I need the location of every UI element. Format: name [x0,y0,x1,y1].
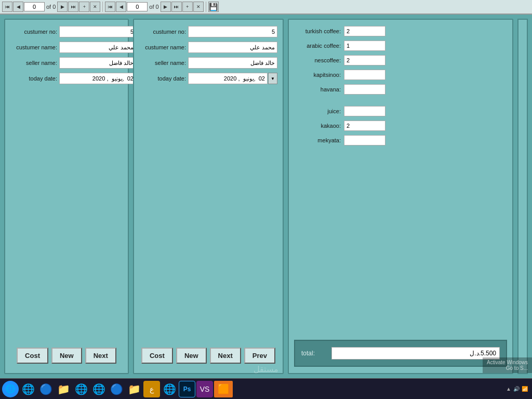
cost-btn-left[interactable]: Cost [17,348,48,364]
date-input-wrap-mid: ▼ [188,73,277,84]
toolbar-next-btn-1[interactable]: ▶ [57,2,68,12]
tray-clock: 🔊 [513,386,520,392]
prev-btn-mid[interactable]: Prev [244,348,275,364]
seller-row-mid: seller name: [139,57,277,69]
havana-input[interactable] [344,84,385,95]
custno-label-left: custumer no: [10,29,57,35]
toolbar-add-btn-1[interactable]: + [79,2,89,12]
havana-row: havana: [294,84,507,95]
taskbar-win-icon[interactable]: 🟧 [214,381,233,397]
custno-row-mid: custumer no: [139,26,277,37]
date-picker-btn-mid[interactable]: ▼ [268,73,277,84]
seller-label-mid: seller name: [139,60,186,66]
toolbar-del-btn-2[interactable]: ✕ [193,2,204,12]
custno-label-mid: custumer no: [139,29,186,35]
taskbar-chrome-icon[interactable]: 🌐 [20,381,36,397]
custno-row-left: custumer no: [10,26,123,37]
taskbar-ie2-icon[interactable]: 🔵 [108,381,125,397]
taskbar: 🌐 🌐 🔵 📁 🌐 🌐 🔵 📁 ع 🌐 Ps VS 🟧 [0,378,532,399]
taskbar-folder-icon[interactable]: 📁 [55,381,72,397]
toolbar-save-btn[interactable]: 💾 [208,2,219,12]
date-row-mid: today date: ▼ [139,73,277,84]
toolbar-page-input-1[interactable] [24,2,45,11]
taskbar-arabic-icon[interactable]: ع [143,381,160,397]
turkish-coffee-label: turkish coffee: [294,28,341,34]
juice-input[interactable] [344,106,385,116]
taskbar-vs-icon[interactable]: VS [196,381,213,397]
custno-input-left[interactable] [59,26,136,37]
seller-label-left: seller name: [10,60,57,66]
panel-left: custumer no: custumer name: seller name:… [4,19,129,374]
custname-label-left: custumer name: [10,44,57,50]
next-btn-mid[interactable]: Next [210,348,241,364]
juice-row: juice: [294,106,507,116]
toolbar-del-btn-1[interactable]: ✕ [90,2,100,12]
total-input[interactable] [331,347,500,360]
toolbar-page-input-2[interactable] [127,2,148,11]
custname-row-mid: custumer name: [139,42,277,53]
toolbar-last-btn-1[interactable]: ⏭ [68,2,78,12]
total-area: total: [294,340,507,367]
panel-middle: custumer no: custumer name: seller name:… [133,19,284,374]
toolbar: ⏮ ◀ of 0 ▶ ⏭ + ✕ ⏮ ◀ of 0 ▶ ⏭ + ✕ 💾 [0,0,532,15]
turkish-coffee-input[interactable] [344,26,385,36]
toolbar-group-1: ⏮ ◀ of 0 ▶ ⏭ + ✕ [2,2,103,12]
date-label-left: today date: [10,75,57,82]
arabic-coffee-row: arabic coffee: [294,41,507,51]
toolbar-prev-btn-2[interactable]: ◀ [116,2,126,12]
new-btn-left[interactable]: New [51,348,82,364]
kapitsinoo-input[interactable] [344,70,385,80]
custno-input-mid[interactable] [188,26,277,37]
seller-row-left: seller name: [10,57,123,69]
taskbar-ie-icon[interactable]: 🔵 [37,381,54,397]
date-input-left[interactable] [59,73,136,84]
tray-time: ▲ [506,386,511,392]
taskbar-chrome2-icon[interactable]: 🌐 [90,381,107,397]
toolbar-of-label-2: of 0 [148,4,159,10]
nescoffee-label: nescoffee: [294,57,341,63]
tray-network: 📶 [522,386,528,392]
new-btn-mid[interactable]: New [176,348,207,364]
toolbar-first-btn[interactable]: ⏮ [2,2,12,12]
custname-row-left: custumer name: [10,42,123,53]
arabic-coffee-label: arabic coffee: [294,43,341,49]
toolbar-first-btn-2[interactable]: ⏮ [105,2,115,12]
toolbar-last-btn-2[interactable]: ⏭ [171,2,182,12]
seller-input-mid[interactable] [188,57,277,69]
taskbar-folder2-icon[interactable]: 📁 [126,381,142,397]
taskbar-ps-icon[interactable]: Ps [179,381,195,397]
kakaoo-label: kakaoo: [294,123,341,129]
taskbar-globe3-icon[interactable]: 🌐 [161,381,178,397]
btn-area-left: Cost New Next [10,344,123,367]
taskbar-start-icon[interactable]: 🌐 [2,381,19,397]
date-input-mid[interactable] [188,73,268,84]
juice-label: juice: [294,108,341,114]
toolbar-group-2: ⏮ ◀ of 0 ▶ ⏭ + ✕ [105,2,206,12]
kapitsinoo-row: kapitsinoo: [294,70,507,80]
toolbar-next-btn-2[interactable]: ▶ [161,2,171,12]
arabic-coffee-input[interactable] [344,41,385,51]
toolbar-prev-btn[interactable]: ◀ [13,2,23,12]
custname-input-left[interactable] [59,42,136,53]
nescoffee-input[interactable] [344,55,385,65]
btn-area-mid: Cost New Next Prev [139,344,277,367]
custname-label-mid: custumer name: [139,44,186,50]
custname-input-mid[interactable] [188,42,277,53]
kapitsinoo-label: kapitsinoo: [294,72,341,78]
turkish-coffee-row: turkish coffee: [294,26,507,36]
mekyata-row: mekyata: [294,135,507,145]
right-form-section: turkish coffee: arabic coffee: nescoffee… [294,26,507,147]
panel-right: turkish coffee: arabic coffee: nescoffee… [288,19,513,374]
seller-input-left[interactable] [59,57,136,69]
taskbar-globe-icon[interactable]: 🌐 [73,381,89,397]
kakaoo-input[interactable] [344,121,385,131]
nescoffee-row: nescoffee: [294,55,507,65]
mekyata-input[interactable] [344,135,385,145]
next-btn-left[interactable]: Next [85,348,116,364]
havana-label: havana: [294,86,341,92]
panel-extra [517,19,528,374]
cost-btn-mid[interactable]: Cost [141,348,173,364]
date-row-left: today date: [10,73,123,84]
toolbar-add-btn-2[interactable]: + [182,2,193,12]
mekyata-label: mekyata: [294,137,341,143]
